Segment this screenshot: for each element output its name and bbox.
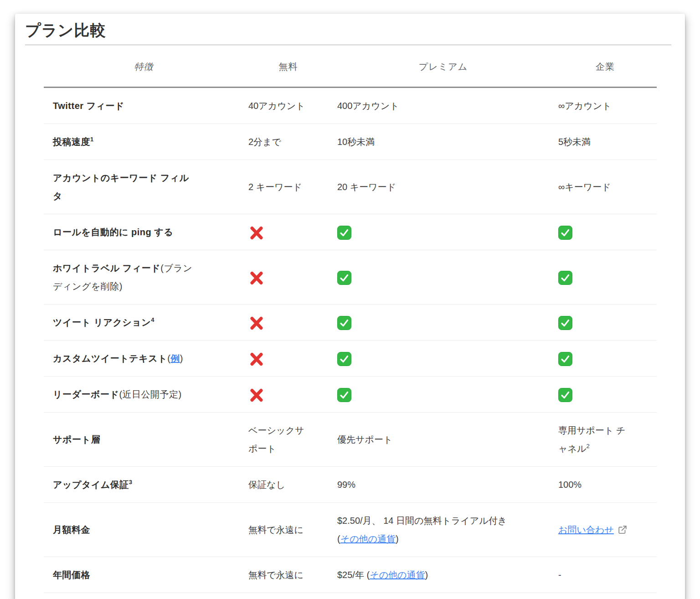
table-row: Twitter フィード40アカウント400アカウント∞アカウント	[44, 88, 657, 124]
table-row: ツイート リアクション4	[44, 305, 657, 341]
column-header-features: 特徴	[44, 49, 244, 88]
premium-plan-cell: 400アカウント	[333, 88, 554, 124]
enterprise-plan-cell: お問い合わせ	[554, 503, 657, 557]
cell-text: 無料で永遠に	[248, 570, 304, 580]
free-plan-cell	[244, 341, 333, 377]
cell-text: 99%	[337, 480, 355, 490]
free-plan-cell	[244, 377, 333, 413]
cell-text: 優先サポート	[337, 434, 392, 444]
cell-text: ホワイトラベル フィード	[53, 263, 160, 273]
cell-text: 2分まで	[248, 137, 281, 147]
header-row: 特徴 無料 プレミアム 企業	[44, 49, 657, 88]
enterprise-plan-cell	[554, 305, 657, 341]
check-icon	[558, 352, 572, 366]
table-row: 月額料金無料で永遠に$2.50/月、 14 日間の無料トライアル付き (その他の…	[44, 503, 657, 557]
table-row: ロールを自動的に ping する	[44, 214, 657, 250]
check-icon	[558, 271, 572, 285]
footnote-ref: 2	[586, 443, 589, 449]
free-plan-cell: 2 キーワード	[244, 160, 333, 214]
cell-text: 専用サポート チャネル	[558, 425, 625, 454]
premium-plan-cell	[333, 377, 554, 413]
check-icon	[337, 271, 351, 285]
cell-text: 20 キーワード	[337, 182, 396, 192]
table-row: カスタムツイートテキスト(例)	[44, 341, 657, 377]
enterprise-plan-cell: 5秒未満	[554, 124, 657, 160]
cell-text: ∞アカウント	[558, 101, 612, 111]
contact-us-link[interactable]: お問い合わせ	[558, 525, 614, 535]
cross-icon	[248, 315, 265, 331]
table-row: アカウントのキーワード フィルタ2 キーワード20 キーワード∞キーワード	[44, 160, 657, 214]
feature-note: (近日公開予定)	[119, 389, 181, 399]
cell-text: $25/年 (	[337, 570, 370, 580]
cell-text: 年間価格	[53, 570, 90, 580]
column-header-free: 無料	[244, 49, 333, 88]
footnote-ref: 3	[129, 479, 133, 485]
premium-plan-cell: 10秒未満	[333, 124, 554, 160]
cross-icon	[248, 351, 265, 367]
feature-cell: Twitter フィード	[44, 88, 244, 124]
free-plan-cell: 2分まで	[244, 124, 333, 160]
feature-cell: ホワイトラベル フィード(ブランディングを削除)	[44, 250, 244, 305]
cross-icon	[248, 270, 265, 286]
cell-text: 40アカウント	[248, 101, 305, 111]
free-plan-cell: 40アカウント	[244, 88, 333, 124]
cell-text: 100%	[558, 480, 582, 490]
feature-cell: アップタイム保証3	[44, 467, 244, 503]
check-icon	[558, 226, 572, 240]
premium-plan-cell	[333, 214, 554, 250]
enterprise-plan-cell: ∞アカウント	[554, 88, 657, 124]
cell-text: -	[558, 570, 561, 580]
premium-plan-cell: 優先サポート	[333, 413, 554, 467]
table-row: サポート層ベーシックサポート優先サポート専用サポート チャネル2	[44, 413, 657, 467]
cell-text: アカウントのキーワード フィルタ	[53, 173, 189, 201]
free-plan-cell: 無料で永遠に	[244, 557, 333, 593]
column-header-enterprise: 企業	[554, 49, 657, 88]
feature-cell: サポート層	[44, 413, 244, 467]
cell-text: ∞キーワード	[558, 182, 611, 192]
cell-text: 400アカウント	[337, 101, 399, 111]
external-link-icon	[618, 525, 628, 535]
other-currencies-link[interactable]: その他の通貨	[340, 534, 396, 544]
feature-cell: ロールを自動的に ping する	[44, 214, 244, 250]
table-row: 投稿速度12分まで10秒未満5秒未満	[44, 124, 657, 160]
check-icon	[337, 226, 351, 240]
enterprise-plan-cell	[554, 341, 657, 377]
plans-table-body: Twitter フィード40アカウント400アカウント∞アカウント投稿速度12分…	[44, 88, 657, 593]
premium-plan-cell	[333, 341, 554, 377]
cell-text: 10秒未満	[337, 137, 375, 147]
premium-plan-cell	[333, 250, 554, 305]
table-row: リーダーボード(近日公開予定)	[44, 377, 657, 413]
cell-text: )	[396, 534, 399, 544]
enterprise-plan-cell	[554, 250, 657, 305]
check-icon	[558, 316, 572, 330]
other-currencies-link[interactable]: その他の通貨	[370, 570, 425, 580]
cell-text: 無料で永遠に	[248, 525, 304, 535]
check-icon	[337, 316, 351, 330]
example-link[interactable]: 例	[170, 353, 180, 363]
free-plan-cell	[244, 305, 333, 341]
premium-plan-cell: $25/年 (その他の通貨)	[333, 557, 554, 593]
cell-text: ロールを自動的に ping する	[53, 227, 173, 237]
premium-plan-cell: 99%	[333, 467, 554, 503]
cell-text: ツイート リアクション	[53, 317, 151, 327]
column-header-premium: プレミアム	[333, 49, 554, 88]
check-icon	[337, 352, 351, 366]
enterprise-plan-cell: ∞キーワード	[554, 160, 657, 214]
feature-note: )	[180, 353, 183, 363]
enterprise-plan-cell: -	[554, 557, 657, 593]
cell-text: 2 キーワード	[248, 182, 302, 192]
cell-text: )	[425, 570, 428, 580]
feature-cell: カスタムツイートテキスト(例)	[44, 341, 244, 377]
free-plan-cell	[244, 250, 333, 305]
check-icon	[558, 388, 572, 402]
enterprise-plan-cell: 専用サポート チャネル2	[554, 413, 657, 467]
check-icon	[337, 388, 351, 402]
table-row: アップタイム保証3保証なし99%100%	[44, 467, 657, 503]
cell-text: 投稿速度	[53, 137, 90, 147]
feature-cell: ツイート リアクション4	[44, 305, 244, 341]
feature-cell: リーダーボード(近日公開予定)	[44, 377, 244, 413]
cell-text: 5秒未満	[558, 137, 591, 147]
premium-plan-cell	[333, 305, 554, 341]
premium-plan-cell: 20 キーワード	[333, 160, 554, 214]
cross-icon	[248, 225, 265, 241]
